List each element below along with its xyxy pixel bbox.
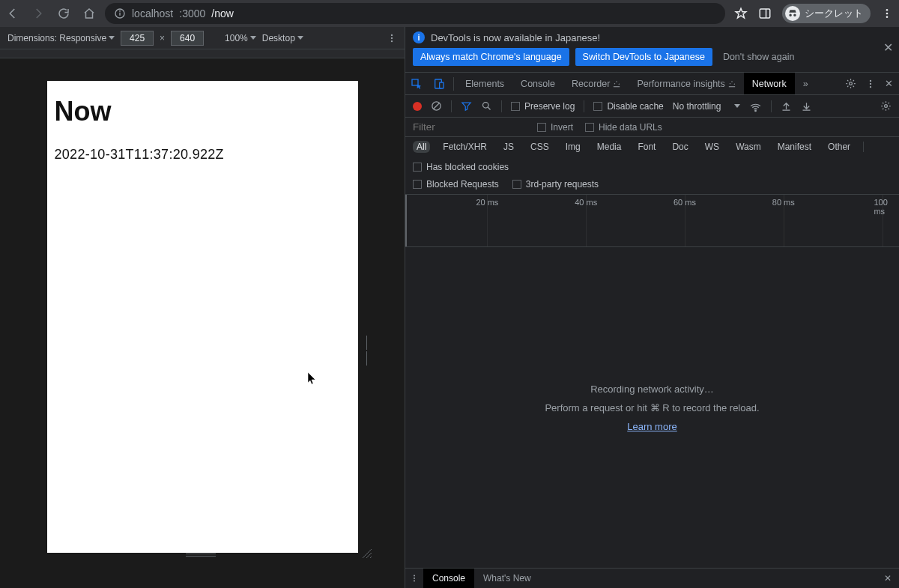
svg-point-10 <box>391 40 393 41</box>
filter-icon[interactable] <box>461 100 472 112</box>
type-filter-fetch[interactable]: Fetch/XHR <box>439 141 491 153</box>
devtools-drawer: Console What's New ✕ <box>405 568 899 588</box>
switch-language-button[interactable]: Switch DevTools to Japanese <box>575 48 712 66</box>
timeline-mark: 80 ms <box>772 198 795 207</box>
svg-rect-3 <box>760 9 770 18</box>
svg-point-2 <box>120 10 121 11</box>
resize-handle-bottom[interactable] <box>186 554 216 558</box>
network-conditions-icon[interactable] <box>749 100 762 112</box>
svg-point-26 <box>414 581 415 582</box>
svg-point-8 <box>391 34 393 35</box>
type-filter-all[interactable]: All <box>413 141 430 153</box>
svg-point-23 <box>885 105 888 108</box>
type-filter-manifest[interactable]: Manifest <box>774 141 815 153</box>
drawer-tab-console[interactable]: Console <box>423 569 474 588</box>
ruler-horizontal <box>0 49 405 58</box>
tab-performance-insights[interactable]: Performance insights <box>629 73 743 94</box>
incognito-label: シークレット <box>805 7 863 20</box>
url-path: /now <box>211 7 234 19</box>
search-icon[interactable] <box>481 100 492 112</box>
record-button[interactable] <box>413 102 422 111</box>
learn-more-link[interactable]: Learn more <box>627 421 676 432</box>
throttling-dropdown[interactable]: No throttling <box>673 101 741 112</box>
type-filter-media[interactable]: Media <box>593 141 626 153</box>
toolbar-right: シークレット <box>734 4 893 23</box>
download-har-icon[interactable] <box>801 100 812 112</box>
gear-icon[interactable] <box>880 100 892 112</box>
svg-point-6 <box>886 13 889 15</box>
invert-checkbox[interactable]: Invert <box>537 122 573 133</box>
blocked-requests-checkbox[interactable]: Blocked Requests <box>413 179 499 190</box>
type-filter-doc[interactable]: Doc <box>668 141 691 153</box>
device-type-dropdown[interactable]: Desktop <box>262 33 303 43</box>
third-party-checkbox[interactable]: 3rd-party requests <box>512 179 599 190</box>
resize-handle-right[interactable] <box>363 336 369 366</box>
inspect-element-icon[interactable] <box>405 78 428 90</box>
timeline-mark: 100 ms <box>874 198 890 216</box>
forward-icon[interactable] <box>31 7 45 20</box>
network-filter-bar: Invert Hide data URLs <box>405 118 899 137</box>
height-input[interactable] <box>171 31 204 46</box>
emulated-viewport[interactable]: Now 2022-10-31T11:37:20.922Z <box>47 81 358 553</box>
kebab-icon[interactable] <box>387 33 397 43</box>
kebab-icon[interactable] <box>881 7 893 19</box>
svg-point-14 <box>850 82 853 85</box>
zoom-dropdown[interactable]: 100% <box>225 33 256 43</box>
timeline-mark: 40 ms <box>575 198 597 207</box>
star-icon[interactable] <box>734 7 748 20</box>
type-filter-img[interactable]: Img <box>562 141 584 153</box>
close-icon[interactable]: ✕ <box>883 40 893 55</box>
type-filter-css[interactable]: CSS <box>527 141 553 153</box>
page-timestamp: 2022-10-31T11:37:20.922Z <box>55 147 351 163</box>
language-infobar: i DevTools is now available in Japanese!… <box>405 27 899 73</box>
kebab-icon[interactable] <box>865 79 876 89</box>
close-devtools-icon[interactable]: ✕ <box>885 78 893 89</box>
clear-icon[interactable] <box>431 100 442 112</box>
infobar-message: DevTools is now available in Japanese! <box>431 32 600 43</box>
gear-icon[interactable] <box>845 78 856 89</box>
filter-input[interactable] <box>413 121 525 133</box>
svg-point-9 <box>391 37 393 38</box>
panel-toggle-icon[interactable] <box>758 7 772 20</box>
tabs-overflow-icon[interactable]: » <box>795 73 817 94</box>
network-timeline[interactable]: 20 ms 40 ms 60 ms 80 ms 100 ms <box>405 195 899 247</box>
address-bar[interactable]: localhost:3000/now <box>105 3 725 24</box>
match-language-button[interactable]: Always match Chrome's language <box>413 48 569 66</box>
devtools-panel: i DevTools is now available in Japanese!… <box>405 27 899 588</box>
incognito-icon <box>785 6 800 21</box>
svg-rect-13 <box>440 82 444 88</box>
disable-cache-checkbox[interactable]: Disable cache <box>593 101 663 112</box>
tab-console[interactable]: Console <box>512 73 563 94</box>
preserve-log-checkbox[interactable]: Preserve log <box>511 101 575 112</box>
incognito-badge[interactable]: シークレット <box>782 4 871 23</box>
tab-elements[interactable]: Elements <box>457 73 512 94</box>
type-filter-ws[interactable]: WS <box>701 141 723 153</box>
tab-network[interactable]: Network <box>744 73 795 94</box>
upload-har-icon[interactable] <box>781 100 792 112</box>
hide-data-urls-checkbox[interactable]: Hide data URLs <box>585 122 662 133</box>
close-drawer-icon[interactable]: ✕ <box>877 569 899 588</box>
svg-point-20 <box>483 103 489 109</box>
viewport-container: Now 2022-10-31T11:37:20.922Z <box>0 58 405 588</box>
tab-recorder[interactable]: Recorder <box>563 73 629 94</box>
resize-handle-corner[interactable] <box>361 548 372 558</box>
drawer-tab-whats-new[interactable]: What's New <box>474 569 540 588</box>
svg-point-17 <box>870 85 871 87</box>
kebab-icon[interactable] <box>405 569 423 588</box>
has-blocked-cookies-checkbox[interactable]: Has blocked cookies <box>413 162 509 172</box>
svg-point-25 <box>414 578 415 579</box>
type-filter-font[interactable]: Font <box>634 141 659 153</box>
type-filter-wasm[interactable]: Wasm <box>732 141 765 153</box>
dimensions-dropdown[interactable]: Dimensions: Responsive <box>7 33 115 43</box>
dont-show-again-link[interactable]: Don't show again <box>718 48 799 66</box>
type-filter-js[interactable]: JS <box>500 141 518 153</box>
info-icon[interactable] <box>114 7 126 19</box>
width-input[interactable] <box>121 31 154 46</box>
type-filter-other[interactable]: Other <box>824 141 854 153</box>
reload-icon[interactable] <box>57 7 70 20</box>
device-toggle-icon[interactable] <box>428 78 450 90</box>
svg-point-16 <box>870 82 871 84</box>
page-title: Now <box>55 96 351 127</box>
back-icon[interactable] <box>6 7 19 20</box>
home-icon[interactable] <box>82 7 96 20</box>
